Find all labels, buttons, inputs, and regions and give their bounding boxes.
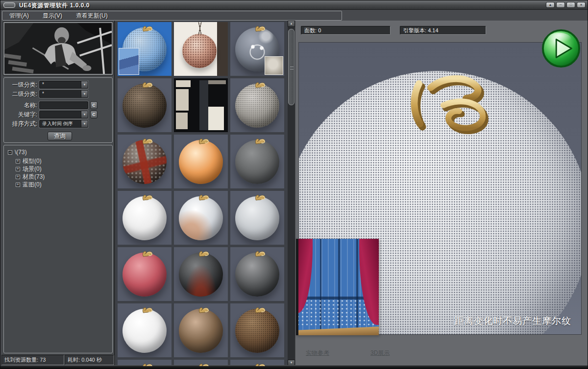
collapse-icon[interactable]: - [8,150,12,155]
name-input[interactable] [39,101,88,109]
material-sphere [179,253,223,297]
expand-icon[interactable]: + [16,183,20,187]
play-icon [541,28,581,69]
tree-item-label: 场景(0) [23,165,42,173]
brand-glyph-icon [253,136,267,146]
brand-glyph-icon [253,192,267,203]
close-button[interactable]: × [577,2,586,8]
thumbnail-white-gloss-sphere[interactable] [118,191,172,245]
brand-glyph-icon [197,248,211,259]
material-sphere [235,309,279,353]
app-window: UE4资源管理软件 1.0.0.0 ▲ ─ □ × 管理(A) 显示(V) 查看… [0,0,588,369]
found-count-label: 找到资源数量: [4,357,38,363]
material-sphere [122,253,167,297]
material-sphere [235,84,279,128]
menu-manage[interactable]: 管理(A) [2,12,36,20]
scrollbar-thumb[interactable] [288,29,294,105]
thumbnail-gray-knit-sphere[interactable] [230,78,284,132]
expand-icon[interactable]: + [16,167,20,171]
thumbnail-copper-pendant-lamp-photo[interactable] [174,22,228,76]
elapsed-time-status: 耗时: 0.040 秒 [65,355,114,365]
material-sphere [179,196,223,240]
search-button[interactable]: 查询 [48,132,72,140]
thumbnail-bronze-perforated-sphere[interactable] [118,78,172,132]
menu-check-update[interactable]: 查看更新(U) [69,12,115,20]
tree-item-materials[interactable]: + 材质(73) [16,173,45,180]
category1-select[interactable]: * ▼ [39,81,88,89]
thumbnail-grid [116,21,288,366]
inset-photo [119,48,139,75]
brand-glyph-icon [141,136,154,146]
thumbnail-brown-gloss-sphere[interactable] [174,303,228,357]
thumbnail-orange-gloss-sphere[interactable] [174,135,228,188]
thumbnail-red-camo-sphere[interactable] [118,135,172,188]
material-sphere [122,309,167,353]
thumbnail-chrome-sphere[interactable] [174,191,228,245]
keyword-select[interactable]: ▼ [39,111,88,118]
scroll-up-icon[interactable]: ▲ [288,21,295,27]
thumbnail-grid-wrap [116,21,288,366]
brand-glyph-icon [141,248,154,259]
faces-field: 面数: 0 [301,26,391,35]
grid-scrollbar[interactable]: ▲ ▼ [288,21,295,366]
category2-label: 二级分类: [4,90,37,98]
category-tree: - \(73) + 模型(0) + 场景(0) + 材质(73) + 蓝图(0) [3,145,113,353]
tree-item-models[interactable]: + 模型(0) [16,158,42,164]
tree-root-label: \(73) [15,149,27,156]
expand-icon[interactable]: + [16,159,20,163]
tree-item-label: 模型(0) [23,157,42,165]
minimize-button[interactable]: ─ [556,2,565,8]
filter-panel: 一级分类: * ▼ 二级分类: * ▼ 名称: C 关键字: [3,77,113,143]
expand-icon[interactable]: + [16,175,20,179]
brand-glyph-icon [253,23,267,34]
thumbnail-black-gloss-sphere[interactable] [174,247,228,301]
chevron-down-icon[interactable]: ▼ [81,91,88,97]
category1-label: 一级分类: [4,81,37,89]
chevron-down-icon[interactable]: ▼ [81,81,88,88]
brand-glyph-icon [141,192,154,203]
chevron-down-icon[interactable]: ▼ [81,111,88,118]
feature-caption: 距离变化时不易产生摩尔纹 [454,315,571,327]
engine-version-value: 4.14 [428,27,438,33]
inset-photo [265,56,283,75]
title-bar: UE4资源管理软件 1.0.0.0 ▲ ─ □ × [0,0,588,10]
elapsed-time-value: 0.040 秒 [81,357,102,363]
thumbnail-white-sphere[interactable] [118,303,172,357]
maximize-button[interactable]: □ [566,2,575,8]
category2-select[interactable]: * ▼ [39,90,88,98]
name-label: 名称: [4,101,37,110]
thumbnail-leather-sphere[interactable] [230,303,284,357]
material-sphere [235,253,279,297]
thumbnail-light-gray-sphere[interactable] [230,191,284,245]
found-count-value: 73 [40,357,46,363]
window-title: UE4资源管理软件 1.0.0.0 [19,1,90,10]
grayscale-worker-photo [4,23,112,74]
sort-select[interactable]: 录入时间 倒序 ▼ [39,120,88,128]
tree-item-label: 材质(73) [23,173,45,181]
tree-item-scenes[interactable]: + 场景(0) [16,165,42,172]
material-sphere [235,196,279,240]
photo-edge [296,239,298,335]
menu-display[interactable]: 显示(V) [36,12,69,20]
tree-item-label: 蓝图(0) [23,181,42,189]
brand-glyph-icon [197,304,211,315]
thumbnail-red-sphere[interactable] [118,247,172,301]
thumbnail-glass-sphere[interactable] [230,22,284,76]
3d-display-link[interactable]: 3D展示 [370,349,390,357]
tree-item-blueprints[interactable]: + 蓝图(0) [16,181,42,188]
play-button[interactable] [541,28,581,69]
clear-name-button[interactable]: C [90,101,98,109]
clear-keyword-button[interactable]: C [90,111,98,118]
gold-brand-character [404,72,502,138]
sidebar: 一级分类: * ▼ 二级分类: * ▼ 名称: C 关键字: [1,21,115,366]
brand-glyph-icon [253,304,267,315]
thumbnail-blue-mesh-sphere[interactable] [118,22,172,76]
thumbnail-dark-gray-matte-sphere[interactable] [230,135,284,188]
pin-button[interactable]: ▲ [546,2,555,8]
tree-root[interactable]: - \(73) [8,149,27,156]
thumbnail-interior-collage-photo[interactable] [174,78,228,132]
thumbnail-graphite-sphere[interactable] [230,247,284,301]
chevron-down-icon[interactable]: ▼ [81,120,88,127]
physical-reference-link[interactable]: 实物参考 [306,349,329,357]
faces-label: 面数: [304,27,317,33]
